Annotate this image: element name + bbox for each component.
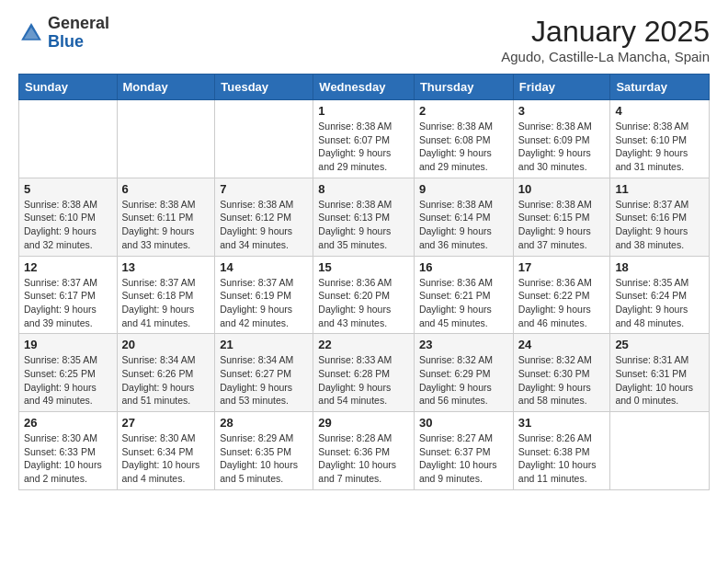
calendar-cell: 28Sunrise: 8:29 AM Sunset: 6:35 PM Dayli… bbox=[215, 412, 313, 490]
calendar-cell: 24Sunrise: 8:32 AM Sunset: 6:30 PM Dayli… bbox=[513, 334, 610, 412]
logo-general: General bbox=[48, 14, 109, 32]
header: General Blue January 2025 Agudo, Castill… bbox=[18, 15, 710, 64]
calendar-cell bbox=[610, 412, 710, 490]
calendar-cell: 19Sunrise: 8:35 AM Sunset: 6:25 PM Dayli… bbox=[19, 334, 118, 412]
day-info: Sunrise: 8:37 AM Sunset: 6:18 PM Dayligh… bbox=[122, 276, 210, 330]
calendar: SundayMondayTuesdayWednesdayThursdayFrid… bbox=[18, 74, 710, 490]
calendar-cell bbox=[215, 100, 313, 178]
calendar-cell: 25Sunrise: 8:31 AM Sunset: 6:31 PM Dayli… bbox=[610, 334, 710, 412]
day-info: Sunrise: 8:38 AM Sunset: 6:10 PM Dayligh… bbox=[24, 198, 112, 252]
logo: General Blue bbox=[18, 15, 109, 52]
day-info: Sunrise: 8:38 AM Sunset: 6:12 PM Dayligh… bbox=[220, 198, 308, 252]
weekday-header: Wednesday bbox=[313, 75, 415, 100]
day-info: Sunrise: 8:31 AM Sunset: 6:31 PM Dayligh… bbox=[615, 353, 704, 408]
day-number: 30 bbox=[419, 416, 508, 430]
day-info: Sunrise: 8:38 AM Sunset: 6:11 PM Dayligh… bbox=[122, 198, 210, 252]
day-number: 24 bbox=[518, 338, 606, 351]
day-info: Sunrise: 8:36 AM Sunset: 6:20 PM Dayligh… bbox=[318, 276, 409, 330]
day-info: Sunrise: 8:34 AM Sunset: 6:27 PM Dayligh… bbox=[220, 353, 308, 408]
calendar-cell: 27Sunrise: 8:30 AM Sunset: 6:34 PM Dayli… bbox=[117, 412, 215, 490]
day-number: 14 bbox=[220, 260, 308, 274]
day-info: Sunrise: 8:37 AM Sunset: 6:16 PM Dayligh… bbox=[615, 198, 704, 252]
calendar-cell bbox=[19, 100, 118, 178]
day-info: Sunrise: 8:38 AM Sunset: 6:14 PM Dayligh… bbox=[419, 198, 508, 252]
day-number: 15 bbox=[318, 260, 409, 274]
calendar-cell: 26Sunrise: 8:30 AM Sunset: 6:33 PM Dayli… bbox=[19, 412, 118, 490]
day-number: 4 bbox=[615, 104, 704, 118]
weekday-header-row: SundayMondayTuesdayWednesdayThursdayFrid… bbox=[19, 75, 710, 100]
day-number: 31 bbox=[518, 416, 606, 430]
calendar-week-row: 19Sunrise: 8:35 AM Sunset: 6:25 PM Dayli… bbox=[19, 334, 710, 412]
calendar-cell: 11Sunrise: 8:37 AM Sunset: 6:16 PM Dayli… bbox=[610, 178, 710, 256]
day-info: Sunrise: 8:38 AM Sunset: 6:07 PM Dayligh… bbox=[318, 120, 409, 174]
day-number: 7 bbox=[220, 182, 308, 196]
calendar-cell: 29Sunrise: 8:28 AM Sunset: 6:36 PM Dayli… bbox=[313, 412, 415, 490]
day-info: Sunrise: 8:28 AM Sunset: 6:36 PM Dayligh… bbox=[318, 431, 409, 486]
day-number: 28 bbox=[220, 416, 308, 430]
calendar-cell: 21Sunrise: 8:34 AM Sunset: 6:27 PM Dayli… bbox=[215, 334, 313, 412]
calendar-cell: 3Sunrise: 8:38 AM Sunset: 6:09 PM Daylig… bbox=[513, 100, 610, 178]
day-info: Sunrise: 8:38 AM Sunset: 6:10 PM Dayligh… bbox=[615, 120, 704, 174]
calendar-cell: 17Sunrise: 8:36 AM Sunset: 6:22 PM Dayli… bbox=[513, 256, 610, 334]
location-title: Agudo, Castille-La Mancha, Spain bbox=[501, 49, 710, 64]
day-number: 13 bbox=[122, 260, 210, 274]
day-info: Sunrise: 8:26 AM Sunset: 6:38 PM Dayligh… bbox=[518, 431, 606, 486]
calendar-cell: 16Sunrise: 8:36 AM Sunset: 6:21 PM Dayli… bbox=[414, 256, 513, 334]
calendar-cell: 20Sunrise: 8:34 AM Sunset: 6:26 PM Dayli… bbox=[117, 334, 215, 412]
calendar-cell: 6Sunrise: 8:38 AM Sunset: 6:11 PM Daylig… bbox=[117, 178, 215, 256]
day-number: 19 bbox=[24, 338, 112, 351]
day-number: 18 bbox=[615, 260, 704, 274]
logo-text: General Blue bbox=[48, 15, 109, 52]
day-number: 23 bbox=[419, 338, 508, 351]
calendar-cell: 31Sunrise: 8:26 AM Sunset: 6:38 PM Dayli… bbox=[513, 412, 610, 490]
day-number: 12 bbox=[24, 260, 112, 274]
calendar-cell: 10Sunrise: 8:38 AM Sunset: 6:15 PM Dayli… bbox=[513, 178, 610, 256]
weekday-header: Saturday bbox=[610, 75, 710, 100]
day-number: 10 bbox=[518, 182, 606, 196]
day-info: Sunrise: 8:35 AM Sunset: 6:24 PM Dayligh… bbox=[615, 276, 704, 330]
weekday-header: Friday bbox=[513, 75, 610, 100]
day-info: Sunrise: 8:37 AM Sunset: 6:17 PM Dayligh… bbox=[24, 276, 112, 330]
day-number: 1 bbox=[318, 104, 409, 118]
calendar-week-row: 12Sunrise: 8:37 AM Sunset: 6:17 PM Dayli… bbox=[19, 256, 710, 334]
weekday-header: Thursday bbox=[414, 75, 513, 100]
day-number: 11 bbox=[615, 182, 704, 196]
day-info: Sunrise: 8:37 AM Sunset: 6:19 PM Dayligh… bbox=[220, 276, 308, 330]
weekday-header: Monday bbox=[117, 75, 215, 100]
day-number: 2 bbox=[419, 104, 508, 118]
day-info: Sunrise: 8:36 AM Sunset: 6:22 PM Dayligh… bbox=[518, 276, 606, 330]
day-info: Sunrise: 8:30 AM Sunset: 6:34 PM Dayligh… bbox=[122, 431, 210, 486]
day-info: Sunrise: 8:38 AM Sunset: 6:08 PM Dayligh… bbox=[419, 120, 508, 174]
day-info: Sunrise: 8:38 AM Sunset: 6:15 PM Dayligh… bbox=[518, 198, 606, 252]
day-number: 17 bbox=[518, 260, 606, 274]
day-info: Sunrise: 8:32 AM Sunset: 6:30 PM Dayligh… bbox=[518, 353, 606, 408]
day-number: 16 bbox=[419, 260, 508, 274]
calendar-cell: 18Sunrise: 8:35 AM Sunset: 6:24 PM Dayli… bbox=[610, 256, 710, 334]
logo-icon bbox=[18, 20, 44, 46]
day-number: 9 bbox=[419, 182, 508, 196]
month-title: January 2025 bbox=[501, 15, 710, 49]
calendar-cell: 23Sunrise: 8:32 AM Sunset: 6:29 PM Dayli… bbox=[414, 334, 513, 412]
day-info: Sunrise: 8:30 AM Sunset: 6:33 PM Dayligh… bbox=[24, 431, 112, 486]
day-number: 3 bbox=[518, 104, 606, 118]
calendar-cell: 7Sunrise: 8:38 AM Sunset: 6:12 PM Daylig… bbox=[215, 178, 313, 256]
day-number: 27 bbox=[122, 416, 210, 430]
day-info: Sunrise: 8:29 AM Sunset: 6:35 PM Dayligh… bbox=[220, 431, 308, 486]
calendar-cell: 14Sunrise: 8:37 AM Sunset: 6:19 PM Dayli… bbox=[215, 256, 313, 334]
day-info: Sunrise: 8:27 AM Sunset: 6:37 PM Dayligh… bbox=[419, 431, 508, 486]
day-info: Sunrise: 8:34 AM Sunset: 6:26 PM Dayligh… bbox=[122, 353, 210, 408]
calendar-week-row: 5Sunrise: 8:38 AM Sunset: 6:10 PM Daylig… bbox=[19, 178, 710, 256]
day-info: Sunrise: 8:32 AM Sunset: 6:29 PM Dayligh… bbox=[419, 353, 508, 408]
calendar-cell: 22Sunrise: 8:33 AM Sunset: 6:28 PM Dayli… bbox=[313, 334, 415, 412]
day-number: 26 bbox=[24, 416, 112, 430]
calendar-week-row: 1Sunrise: 8:38 AM Sunset: 6:07 PM Daylig… bbox=[19, 100, 710, 178]
day-number: 21 bbox=[220, 338, 308, 351]
calendar-cell: 12Sunrise: 8:37 AM Sunset: 6:17 PM Dayli… bbox=[19, 256, 118, 334]
calendar-week-row: 26Sunrise: 8:30 AM Sunset: 6:33 PM Dayli… bbox=[19, 412, 710, 490]
calendar-cell: 1Sunrise: 8:38 AM Sunset: 6:07 PM Daylig… bbox=[313, 100, 415, 178]
day-number: 6 bbox=[122, 182, 210, 196]
calendar-cell: 5Sunrise: 8:38 AM Sunset: 6:10 PM Daylig… bbox=[19, 178, 118, 256]
day-info: Sunrise: 8:33 AM Sunset: 6:28 PM Dayligh… bbox=[318, 353, 409, 408]
calendar-cell bbox=[117, 100, 215, 178]
weekday-header: Tuesday bbox=[215, 75, 313, 100]
